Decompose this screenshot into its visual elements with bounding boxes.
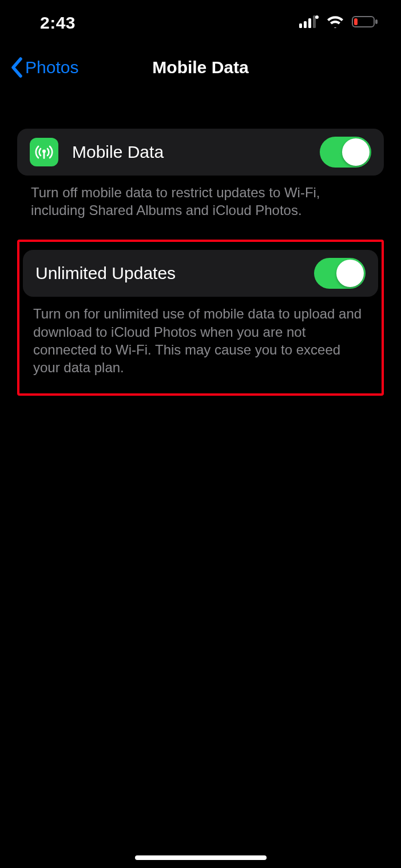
navigation-bar: Photos Mobile Data (0, 46, 401, 89)
mobile-data-footer: Turn off mobile data to restrict updates… (17, 176, 384, 219)
mobile-data-toggle[interactable] (320, 137, 371, 168)
unlimited-updates-toggle[interactable] (314, 258, 366, 289)
antenna-icon (30, 138, 58, 166)
status-bar: 2:43 (0, 0, 401, 46)
svg-rect-0 (299, 23, 302, 28)
home-indicator[interactable] (135, 855, 267, 860)
wifi-icon (327, 15, 344, 30)
unlimited-updates-highlight: Unlimited Updates Turn on for unlimited … (17, 240, 384, 396)
cell-signal-icon (299, 15, 319, 30)
back-button-label: Photos (25, 58, 78, 77)
svg-point-4 (315, 15, 319, 19)
mobile-data-row: Mobile Data (17, 129, 384, 176)
mobile-data-label: Mobile Data (72, 142, 320, 162)
battery-icon (352, 15, 378, 30)
status-time: 2:43 (40, 13, 76, 33)
unlimited-updates-footer: Turn on for unlimited use of mobile data… (23, 297, 378, 376)
svg-rect-6 (354, 18, 358, 25)
unlimited-updates-row: Unlimited Updates (23, 250, 378, 297)
unlimited-updates-label: Unlimited Updates (35, 264, 314, 283)
svg-rect-1 (304, 21, 307, 28)
svg-rect-2 (308, 18, 311, 28)
chevron-left-icon (10, 57, 23, 78)
back-button[interactable]: Photos (0, 57, 78, 78)
svg-rect-9 (43, 152, 45, 159)
status-icons (299, 15, 378, 30)
svg-rect-7 (375, 19, 378, 24)
